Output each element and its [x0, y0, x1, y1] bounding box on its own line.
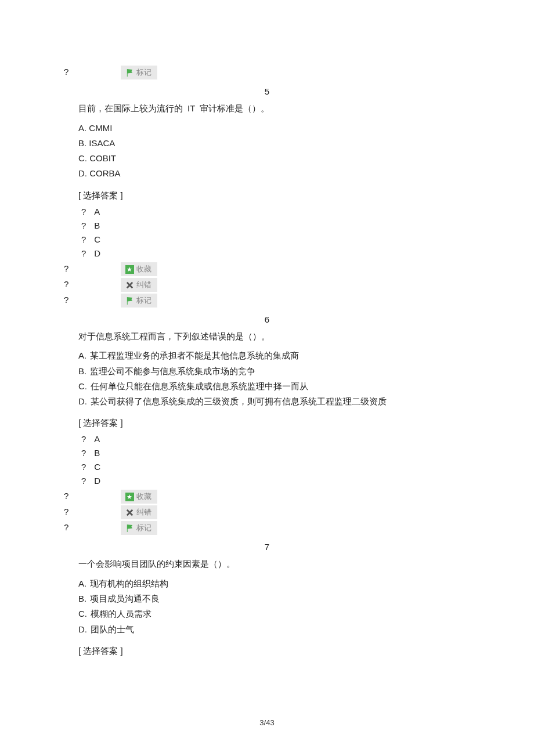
- opt-letter: D.: [78, 396, 87, 406]
- question-mark: ?: [64, 491, 68, 501]
- q6-answer-d[interactable]: ?D: [0, 474, 534, 488]
- fav-label: 收藏: [136, 265, 151, 273]
- question-6-text: 对于信息系统工程而言，下列叙述错误的是（）。: [0, 329, 534, 344]
- q6-err-row: ? 纠错: [0, 505, 534, 519]
- opt-letter: D.: [78, 624, 87, 634]
- flag-action-row: ? 标记: [0, 65, 534, 79]
- q6-option-d: D.某公司获得了信息系统集成的三级资质，则可拥有信息系统工程监理二级资质: [0, 394, 534, 409]
- err-label: 纠错: [136, 280, 151, 289]
- q5-select-label: [ 选择答案 ]: [0, 189, 534, 202]
- star-icon: ★: [125, 493, 134, 501]
- qm: ?: [81, 448, 86, 458]
- question-mark: ?: [64, 67, 68, 77]
- opt-text: 模糊的人员需求: [91, 609, 151, 618]
- flag-label: 标记: [136, 296, 151, 305]
- q5-text-it: IT: [187, 103, 195, 113]
- favorite-button[interactable]: ★收藏: [121, 262, 157, 276]
- flag-button[interactable]: 标记: [121, 521, 157, 535]
- q5-option-d: D. CORBA: [0, 166, 534, 181]
- opt-text: 现有机构的组织结构: [90, 578, 168, 588]
- q5-text-part1: 目前，在国际上较为流行的: [78, 103, 183, 113]
- q7-option-c: C.模糊的人员需求: [0, 606, 534, 621]
- ans-letter: D: [94, 248, 100, 258]
- x-icon: [125, 508, 134, 517]
- q5-answer-d[interactable]: ?D: [0, 247, 534, 261]
- opt-letter: B.: [78, 366, 86, 376]
- q6-select-label: [ 选择答案 ]: [0, 416, 534, 430]
- q5-fav-row: ? ★收藏: [0, 262, 534, 276]
- question-7-number: 7: [0, 542, 534, 552]
- q7-option-b: B.项目成员沟通不良: [0, 591, 534, 606]
- opt-text: 某公司获得了信息系统集成的三级资质，则可拥有信息系统工程监理二级资质: [91, 396, 387, 406]
- opt-text: 项目成员沟通不良: [90, 594, 160, 603]
- opt-text: 监理公司不能参与信息系统集成市场的竞争: [90, 366, 255, 376]
- q5-option-a: A. CMMI: [0, 121, 534, 136]
- question-5-text: 目前，在国际上较为流行的IT审计标准是（）。: [0, 101, 534, 116]
- flag-icon: [125, 524, 134, 533]
- q5-flag-row: ? 标记: [0, 293, 534, 308]
- ans-letter: C: [94, 462, 100, 472]
- question-mark: ?: [64, 279, 68, 289]
- ans-letter: A: [94, 434, 100, 444]
- question-mark: ?: [64, 507, 68, 516]
- opt-text: 团队的士气: [91, 624, 134, 634]
- flag-icon: [125, 296, 134, 305]
- qm: ?: [81, 207, 86, 216]
- question-5-number: 5: [0, 86, 534, 96]
- opt-letter: A.: [78, 350, 86, 360]
- favorite-button[interactable]: ★收藏: [121, 490, 157, 504]
- opt-letter: C.: [78, 609, 87, 618]
- flag-label: 标记: [136, 68, 151, 77]
- fav-label: 收藏: [136, 492, 151, 501]
- q5-err-row: ? 纠错: [0, 277, 534, 292]
- error-report-button[interactable]: 纠错: [121, 278, 157, 292]
- qm: ?: [81, 220, 86, 230]
- q5-answer-c[interactable]: ?C: [0, 233, 534, 247]
- ans-letter: A: [94, 207, 100, 216]
- opt-letter: A.: [78, 578, 86, 588]
- x-icon: [125, 281, 134, 290]
- q6-answer-c[interactable]: ?C: [0, 460, 534, 474]
- qm: ?: [81, 434, 86, 444]
- q6-flag-row: ? 标记: [0, 520, 534, 535]
- question-mark: ?: [64, 522, 68, 532]
- ans-letter: D: [94, 476, 100, 486]
- q7-option-d: D.团队的士气: [0, 622, 534, 637]
- ans-letter: B: [94, 448, 100, 458]
- q7-select-label: [ 选择答案 ]: [0, 644, 534, 658]
- ans-letter: B: [94, 220, 100, 230]
- flag-label: 标记: [136, 523, 151, 532]
- err-label: 纠错: [136, 508, 151, 516]
- q6-answer-b[interactable]: ?B: [0, 446, 534, 460]
- opt-text: 任何单位只能在信息系统集成或信息系统监理中择一而从: [91, 381, 308, 391]
- opt-letter: B.: [78, 594, 86, 603]
- qm: ?: [81, 248, 86, 258]
- question-mark: ?: [64, 295, 68, 305]
- q6-option-a: A.某工程监理业务的承担者不能是其他信息系统的集成商: [0, 348, 534, 363]
- q5-text-part2: 审计标准是（）。: [200, 103, 269, 113]
- opt-letter: C.: [78, 381, 87, 391]
- question-7-text: 一个会影响项目团队的约束因素是（）。: [0, 556, 534, 571]
- q7-option-a: A.现有机构的组织结构: [0, 576, 534, 591]
- q6-answer-a[interactable]: ?A: [0, 432, 534, 446]
- star-icon: ★: [125, 265, 134, 274]
- question-mark: ?: [64, 263, 68, 273]
- qm: ?: [81, 462, 86, 472]
- page-number: 3/43: [0, 718, 534, 727]
- q5-answer-b[interactable]: ?B: [0, 219, 534, 233]
- flag-icon: [125, 68, 134, 77]
- qm: ?: [81, 234, 86, 244]
- ans-letter: C: [94, 234, 100, 244]
- q6-fav-row: ? ★收藏: [0, 489, 534, 504]
- error-report-button[interactable]: 纠错: [121, 505, 157, 519]
- q5-option-b: B. ISACA: [0, 136, 534, 151]
- opt-text: 某工程监理业务的承担者不能是其他信息系统的集成商: [90, 350, 299, 360]
- qm: ?: [81, 476, 86, 486]
- flag-button[interactable]: 标记: [121, 294, 157, 308]
- q5-answer-a[interactable]: ?A: [0, 205, 534, 219]
- q6-option-c: C.任何单位只能在信息系统集成或信息系统监理中择一而从: [0, 379, 534, 394]
- question-6-number: 6: [0, 314, 534, 324]
- q6-option-b: B.监理公司不能参与信息系统集成市场的竞争: [0, 364, 534, 379]
- q5-option-c: C. COBIT: [0, 151, 534, 166]
- flag-button[interactable]: 标记: [121, 66, 157, 79]
